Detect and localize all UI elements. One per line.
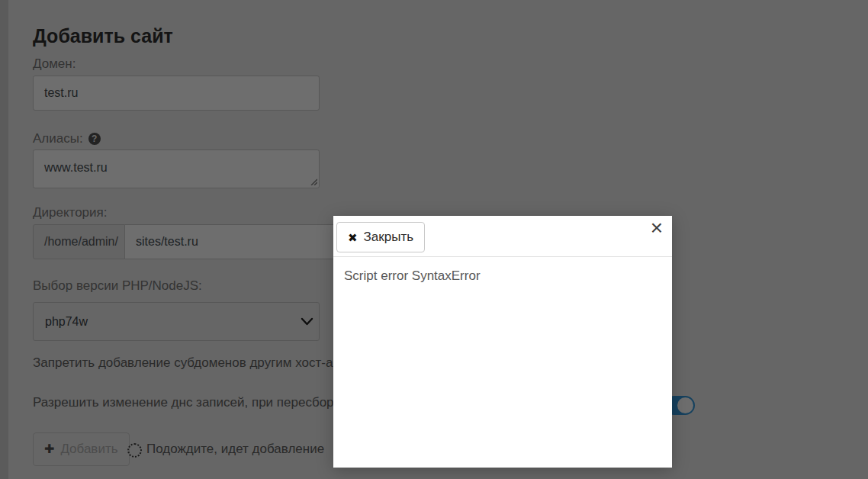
x-mark-icon: ✖ [348, 232, 358, 243]
error-modal: ✖ Закрыть × Script error SyntaxError [333, 216, 672, 468]
modal-close-button[interactable]: ✖ Закрыть [336, 222, 425, 252]
modal-header: ✖ Закрыть × [333, 216, 672, 257]
modal-close-button-label: Закрыть [364, 230, 413, 245]
close-icon[interactable]: × [651, 217, 663, 240]
modal-error-text: Script error SyntaxError [333, 257, 672, 295]
